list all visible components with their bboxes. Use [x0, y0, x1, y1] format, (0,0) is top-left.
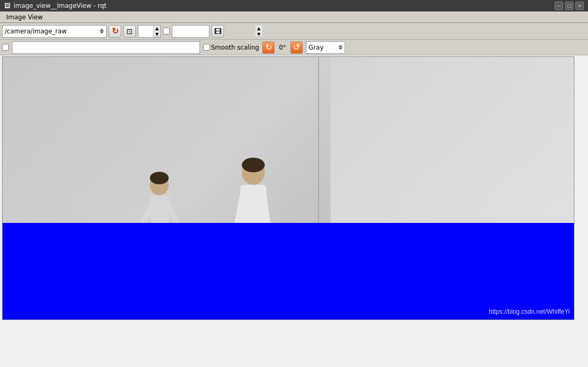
window-title: image_view__ImageView - rqt: [14, 2, 107, 9]
smooth-scaling-wrapper: Smooth scaling: [203, 44, 259, 51]
checkbox2[interactable]: [2, 44, 9, 51]
time-spin-down[interactable]: ▼: [255, 31, 262, 37]
checkbox-wrapper2: [2, 44, 9, 51]
rotation-spinbox[interactable]: 0 ▲ ▼: [138, 25, 161, 38]
color-arrow-down-icon: [338, 48, 343, 50]
menu-bar: Image View: [0, 11, 588, 23]
spin-down-arrow[interactable]: ▼: [153, 31, 160, 37]
time-spin-up[interactable]: ▲: [255, 26, 262, 31]
menu-item-imageview[interactable]: Image View: [2, 13, 47, 22]
rotate-ccw-button[interactable]: ↺: [290, 41, 303, 54]
checkbox1[interactable]: [163, 28, 170, 34]
close-button[interactable]: ×: [575, 2, 584, 10]
screenshot-button[interactable]: 🎞: [211, 25, 224, 38]
image-viewport: E AND E Baked Salt E STE HAROT https://b…: [2, 56, 574, 320]
title-bar: 🖼 image_view__ImageView - rqt — □ ×: [0, 0, 588, 11]
toolbar-row1: /camera/image_raw ↻ ⊡ 0 ▲ ▼ 10.00m ▲ ▼ 🎞: [0, 23, 588, 40]
fit-button[interactable]: ⊡: [123, 25, 136, 38]
time-combo[interactable]: 10.00m ▲ ▼: [172, 25, 209, 38]
toolbar-row2: /camera/image_raw_mouse_left Smooth scal…: [0, 40, 588, 55]
spin-up-arrow[interactable]: ▲: [153, 26, 160, 31]
arrow-up-icon: [100, 29, 104, 31]
smooth-scaling-checkbox[interactable]: [203, 44, 210, 51]
blue-section: [3, 223, 574, 319]
checkbox-wrapper1: [163, 28, 170, 34]
topic-input-wide[interactable]: /camera/image_raw_mouse_left: [12, 41, 200, 54]
smooth-scaling-label: Smooth scaling: [211, 44, 259, 51]
topic-combo-arrow: [100, 29, 104, 33]
topic-combo[interactable]: /camera/image_raw: [2, 25, 107, 38]
arrow-down-icon: [100, 31, 104, 33]
color-combo[interactable]: Gray: [306, 41, 345, 54]
degree-label: 0°: [278, 44, 287, 51]
color-combo-arrow: [338, 45, 343, 50]
minimize-button[interactable]: —: [555, 2, 563, 10]
refresh-button[interactable]: ↻: [109, 25, 121, 38]
topic-value: /camera/image_raw: [5, 28, 67, 35]
app-icon: 🖼: [4, 2, 10, 9]
rotate-cw-button[interactable]: ↻: [262, 41, 275, 54]
color-arrow-up-icon: [338, 45, 343, 47]
rotation-input[interactable]: 0: [138, 26, 153, 37]
color-value: Gray: [309, 44, 324, 51]
maximize-button[interactable]: □: [565, 2, 573, 10]
